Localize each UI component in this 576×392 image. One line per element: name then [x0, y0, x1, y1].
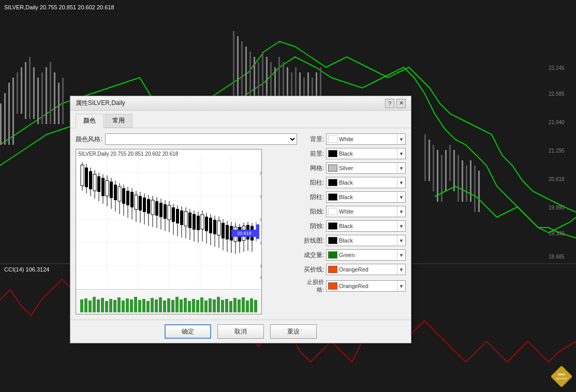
properties-dialog: 属性SILVER,Daily ? ✕ 颜色 常用 颜色风格: — [70, 96, 411, 343]
svg-rect-186 — [138, 300, 141, 312]
color-select-volume[interactable]: Green ▼ — [326, 249, 406, 261]
cancel-button[interactable]: 取消 — [217, 324, 264, 339]
svg-rect-197 — [184, 298, 187, 312]
color-select-stop-loss[interactable]: OrangeRed ▼ — [326, 280, 406, 292]
color-label-bear-candle: 阴烛: — [302, 222, 324, 231]
svg-rect-19 — [241, 41, 243, 103]
color-select-bull-candle[interactable]: White ▼ — [326, 206, 406, 217]
svg-rect-6 — [21, 67, 22, 114]
color-text-grid: Silver — [339, 165, 397, 171]
preview-chart: SILVER,Daily 20.755 20.851 20.602 20.618 — [76, 149, 262, 314]
help-button[interactable]: ? — [385, 99, 394, 108]
svg-rect-115 — [159, 203, 163, 217]
svg-rect-91 — [110, 182, 113, 198]
svg-rect-212 — [246, 300, 249, 312]
svg-text:21.940: 21.940 — [260, 217, 262, 222]
tab-color[interactable]: 颜色 — [76, 114, 104, 128]
svg-rect-210 — [238, 299, 241, 312]
svg-rect-15 — [58, 83, 60, 124]
color-label-foreground: 前景: — [302, 149, 324, 158]
svg-rect-109 — [147, 199, 150, 214]
dialog-tabs: 颜色 常用 — [70, 111, 411, 128]
color-select-ask-line[interactable]: OrangeRed ▼ — [326, 264, 406, 275]
dropdown-arrow-bull-candle: ▼ — [397, 206, 405, 217]
svg-rect-141 — [213, 220, 216, 234]
svg-rect-8 — [29, 57, 31, 119]
chart-top-label: SILVER,Daily 20.755 20.851 20.602 20.618 — [4, 4, 114, 10]
svg-rect-188 — [146, 301, 150, 312]
svg-rect-173 — [84, 298, 87, 312]
svg-rect-183 — [126, 298, 129, 312]
color-text-bear-candle: Black — [339, 223, 397, 229]
color-select-bear-candle[interactable]: Black ▼ — [326, 220, 406, 232]
color-label-grid: 网格: — [302, 164, 324, 173]
svg-text:22.585: 22.585 — [549, 91, 565, 97]
color-label-background: 背景: — [302, 135, 324, 144]
chart-cci-label: CCI(14) 106.3124 — [4, 266, 49, 273]
svg-rect-200 — [196, 300, 199, 312]
svg-text:22.585: 22.585 — [260, 194, 262, 199]
dropdown-arrow-bear-bar: ▼ — [397, 192, 405, 202]
dropdown-arrow-line-chart: ▼ — [397, 235, 405, 246]
svg-rect-129 — [188, 213, 191, 228]
svg-rect-177 — [101, 298, 104, 312]
svg-text:20.618: 20.618 — [549, 176, 565, 182]
swatch-grid — [328, 164, 337, 172]
color-select-foreground[interactable]: Black ▼ — [326, 148, 406, 159]
svg-rect-107 — [143, 198, 146, 212]
swatch-line-chart — [328, 237, 337, 244]
svg-text:21.295: 21.295 — [549, 148, 565, 154]
color-style-select[interactable] — [105, 133, 297, 145]
svg-rect-143 — [217, 221, 220, 235]
svg-rect-171 — [76, 289, 262, 290]
color-row-bull-candle: 阳烛: White ▼ — [302, 206, 406, 217]
left-panel: 颜色风格: SILVER,Daily 20.755 20.851 20.602 … — [76, 133, 297, 314]
swatch-foreground — [328, 150, 337, 157]
reset-button[interactable]: 重设 — [270, 324, 317, 339]
color-label-stop-loss: 止损价格: — [302, 278, 324, 294]
color-select-bear-bar[interactable]: Black ▼ — [326, 191, 406, 203]
tab-common[interactable]: 常用 — [105, 114, 132, 128]
swatch-volume — [328, 251, 337, 259]
color-select-background[interactable]: White ▼ — [326, 133, 406, 145]
svg-rect-189 — [151, 298, 154, 312]
dialog-title: 属性SILVER,Daily — [76, 99, 125, 108]
svg-rect-182 — [122, 300, 125, 312]
svg-rect-121 — [172, 207, 175, 222]
svg-rect-187 — [142, 299, 145, 312]
svg-rect-211 — [242, 297, 245, 312]
dropdown-arrow-bear-candle: ▼ — [397, 221, 405, 231]
swatch-bear-bar — [328, 193, 337, 201]
svg-text:SOUND: SOUND — [556, 377, 567, 380]
svg-rect-204 — [213, 299, 216, 312]
right-panel: 背景: White ▼ 前景: Black ▼ 网格: — [302, 133, 406, 314]
svg-rect-87 — [101, 178, 105, 196]
svg-rect-47 — [457, 155, 459, 202]
svg-rect-12 — [46, 67, 47, 124]
svg-rect-1 — [0, 103, 2, 145]
svg-rect-213 — [250, 298, 253, 312]
svg-rect-145 — [221, 223, 225, 238]
svg-rect-89 — [106, 180, 109, 196]
svg-rect-40 — [429, 140, 430, 181]
svg-rect-16 — [62, 78, 64, 124]
color-row-bull-bar: 阳柱: Black ▼ — [302, 177, 406, 188]
dropdown-arrow-bull-bar: ▼ — [397, 177, 405, 188]
color-label-volume: 成交量: — [302, 251, 324, 260]
svg-rect-93 — [114, 185, 117, 200]
confirm-button[interactable]: 确定 — [165, 324, 211, 339]
color-select-line-chart[interactable]: Black ▼ — [326, 235, 406, 246]
svg-rect-52 — [478, 171, 480, 212]
color-select-bull-bar[interactable]: Black ▼ — [326, 177, 406, 188]
color-select-grid[interactable]: Silver ▼ — [326, 162, 406, 174]
svg-rect-208 — [229, 301, 232, 312]
close-button[interactable]: ✕ — [396, 99, 406, 108]
svg-rect-20 — [245, 47, 247, 103]
color-row-foreground: 前景: Black ▼ — [302, 148, 406, 159]
svg-rect-185 — [134, 297, 137, 312]
svg-rect-3 — [8, 83, 10, 145]
svg-rect-123 — [176, 209, 179, 223]
svg-rect-191 — [159, 297, 162, 312]
svg-rect-41 — [433, 145, 434, 191]
color-text-background: White — [339, 136, 397, 142]
